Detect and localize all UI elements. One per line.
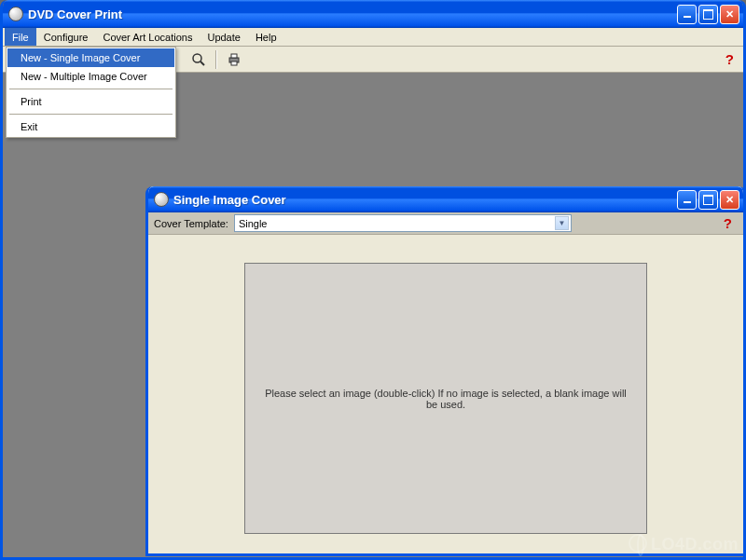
file-menu-dropdown: New - Single Image Cover New - Multiple … — [6, 47, 176, 138]
child-titlebar: Single Image Cover — [148, 186, 743, 212]
help-icon[interactable]: ? — [725, 51, 734, 67]
cover-template-select[interactable]: Single ▼ — [234, 214, 572, 232]
image-placeholder[interactable]: Please select an image (double-click) If… — [244, 263, 647, 534]
toolbar-separator — [215, 50, 217, 69]
app-icon — [8, 7, 23, 21]
menu-item-exit[interactable]: Exit — [7, 117, 174, 136]
child-maximize-button[interactable] — [698, 190, 718, 210]
child-close-button[interactable] — [720, 190, 739, 210]
menu-separator — [9, 114, 173, 115]
child-content: Please select an image (double-click) If… — [148, 235, 743, 553]
svg-rect-4 — [231, 61, 237, 65]
child-help-icon[interactable]: ? — [724, 215, 732, 231]
minimize-button[interactable] — [677, 5, 697, 24]
cover-template-value: Single — [239, 218, 555, 229]
main-title: DVD Cover Print — [28, 7, 677, 21]
menu-item-new-single[interactable]: New - Single Image Cover — [7, 48, 174, 67]
main-window: DVD Cover Print File Configure Cover Art… — [0, 0, 746, 560]
menu-separator — [9, 89, 173, 89]
cover-template-label: Cover Template: — [154, 218, 228, 229]
menubar: File Configure Cover Art Locations Updat… — [3, 28, 743, 47]
image-placeholder-text: Please select an image (double-click) If… — [264, 388, 628, 410]
zoom-icon[interactable] — [187, 49, 210, 70]
menu-configure[interactable]: Configure — [36, 28, 96, 46]
chevron-down-icon: ▼ — [555, 216, 569, 230]
menu-item-new-multiple[interactable]: New - Multiple Image Cover — [7, 67, 174, 86]
svg-line-1 — [200, 61, 204, 65]
child-window: Single Image Cover Cover Template: Singl… — [145, 186, 746, 556]
child-title: Single Image Cover — [173, 193, 677, 207]
child-minimize-button[interactable] — [677, 190, 697, 210]
menu-cover-art-locations[interactable]: Cover Art Locations — [95, 28, 200, 46]
menu-help[interactable]: Help — [248, 28, 284, 46]
svg-rect-3 — [231, 54, 237, 58]
child-app-icon — [154, 192, 169, 207]
menu-item-print[interactable]: Print — [7, 92, 174, 111]
svg-point-0 — [193, 54, 201, 62]
menu-file[interactable]: File — [5, 28, 36, 46]
child-window-buttons — [677, 190, 739, 210]
close-button[interactable] — [720, 5, 739, 24]
child-toolbar: Cover Template: Single ▼ ? — [148, 212, 743, 235]
print-icon[interactable] — [223, 49, 245, 70]
main-titlebar: DVD Cover Print — [3, 0, 743, 28]
main-window-buttons — [677, 5, 739, 24]
maximize-button[interactable] — [698, 5, 718, 24]
menu-update[interactable]: Update — [200, 28, 247, 46]
